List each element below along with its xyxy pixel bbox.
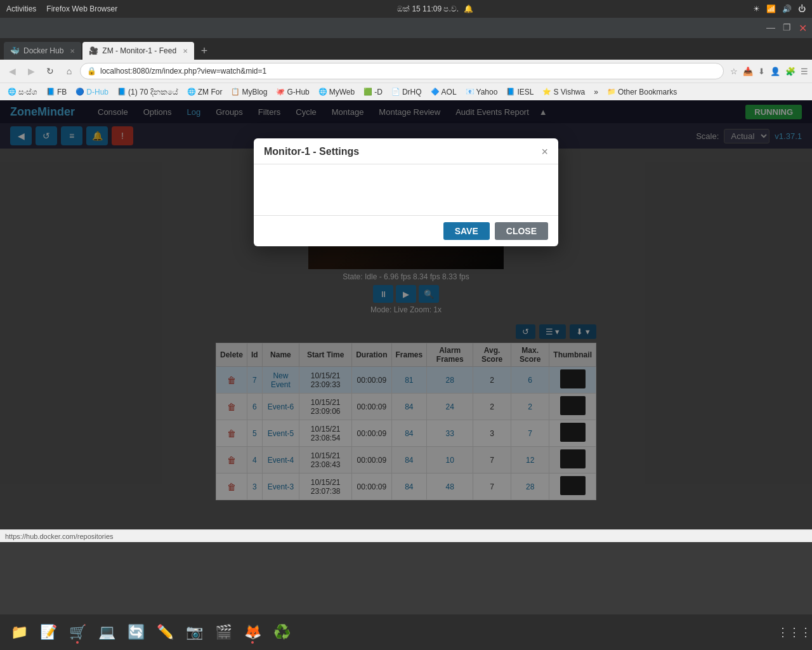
modal-footer: SAVE CLOSE (254, 215, 558, 246)
clock-display: ඔක් 15 11:09 ප.ව. (397, 4, 459, 13)
profile-icon[interactable]: 👤 (770, 67, 780, 76)
taskbar-firefox-dot (251, 641, 254, 644)
settings-modal: Monitor-1 - Settings × SAVE CLOSE (254, 138, 558, 246)
taskbar-files[interactable]: 📁 (6, 620, 32, 645)
status-url: https://hub.docker.com/repositories (5, 533, 114, 540)
tab-label-active: ZM - Monitor-1 - Feed (102, 46, 176, 55)
modal-body (254, 164, 558, 215)
activities-label[interactable]: Activities (6, 4, 36, 13)
taskbar-grid-button[interactable]: ⋮⋮⋮ (783, 621, 806, 644)
taskbar-firefox[interactable]: 🦊 (240, 620, 265, 645)
modal-title: Monitor-1 - Settings (264, 146, 359, 157)
browser-titlebar: — ❐ ✕ (0, 18, 812, 38)
pocket-icon[interactable]: 📥 (743, 67, 753, 76)
bm-ghub[interactable]: 🐙G-Hub (273, 86, 311, 98)
notification-icon[interactable]: 🔔 (464, 4, 473, 13)
back-button[interactable]: ◀ (4, 63, 20, 79)
navbar: ◀ ▶ ↻ ⌂ 🔒 localhost:8080/zm/index.php?vi… (0, 60, 812, 83)
extensions-icon[interactable]: 🧩 (785, 67, 796, 76)
restore-button[interactable]: ❐ (783, 22, 791, 34)
bm-drhq[interactable]: 📄DrHQ (389, 86, 424, 98)
tab-zm-monitor[interactable]: 🎥 ZM - Monitor-1 - Feed ✕ (82, 42, 194, 60)
taskbar-video[interactable]: 🎬 (211, 620, 236, 645)
refresh-button[interactable]: ↻ (42, 63, 58, 79)
bm-myblog[interactable]: 📋MyBlog (228, 86, 270, 98)
bm-more[interactable]: » (591, 86, 601, 98)
tab-close-active-button[interactable]: ✕ (183, 48, 188, 55)
volume-icon[interactable]: 🔊 (782, 4, 792, 13)
taskbar-appstore[interactable]: 🛒 (65, 620, 90, 645)
new-tab-button[interactable]: + (195, 42, 213, 60)
lock-icon: 🔒 (87, 67, 96, 76)
brightness-icon[interactable]: ☀ (753, 4, 760, 13)
close-window-button[interactable]: ✕ (799, 22, 807, 34)
minimize-button[interactable]: — (766, 22, 775, 34)
taskbar-editor[interactable]: ✏️ (152, 620, 178, 645)
home-button[interactable]: ⌂ (61, 63, 77, 79)
bookmarks-bar: 🌐සංස්ශ 📘FB 🔵D-Hub 📘(1) 70 දිනකයේ 🌐ZM For… (0, 83, 812, 100)
status-bar: https://hub.docker.com/repositories (0, 529, 812, 542)
app-title-label: Firefox Web Browser (46, 4, 117, 13)
taskbar-recycle[interactable]: ♻️ (269, 620, 294, 645)
bm-svishwa[interactable]: ⭐S Vishwa (540, 86, 587, 98)
taskbar-dot (76, 641, 79, 644)
bm-zmfor[interactable]: 🌐ZM For (185, 86, 225, 98)
tabs-bar: 🐳 Docker Hub ✕ 🎥 ZM - Monitor-1 - Feed ✕… (0, 38, 812, 60)
taskbar-screenshot[interactable]: 📷 (181, 620, 207, 645)
tab-label: Docker Hub (23, 46, 63, 55)
os-topbar: Activities Firefox Web Browser ඔක් 15 11… (0, 0, 812, 18)
modal-overlay: Monitor-1 - Settings × SAVE CLOSE (0, 100, 812, 529)
address-text: localhost:8080/zm/index.php?view=watch&m… (100, 67, 266, 76)
bm-dhub[interactable]: 🔵D-Hub (73, 86, 111, 98)
save-button[interactable]: SAVE (443, 222, 490, 240)
network-icon[interactable]: 📶 (766, 4, 776, 13)
bm-yahoo[interactable]: 📧Yahoo (463, 86, 501, 98)
os-taskbar: 📁 📝 🛒 💻 🔄 ✏️ 📷 🎬 🦊 ♻️ ⋮⋮⋮ (0, 614, 812, 650)
bm-notifications[interactable]: 📘(1) 70 දිනකයේ (115, 86, 181, 98)
modal-header: Monitor-1 - Settings × (254, 138, 558, 164)
bookmark-star-icon[interactable]: ☆ (730, 67, 738, 76)
close-button[interactable]: CLOSE (495, 222, 548, 240)
bm-other[interactable]: 📁Other Bookmarks (605, 86, 679, 98)
bm-sinhala[interactable]: 🌐සංස්ශ (5, 86, 40, 98)
tab-favicon: 🐳 (10, 46, 20, 55)
address-bar[interactable]: 🔒 localhost:8080/zm/index.php?view=watch… (80, 63, 724, 79)
power-icon[interactable]: ⏻ (798, 4, 806, 13)
bm-fb[interactable]: 📘FB (44, 86, 69, 98)
tab-favicon-active: 🎥 (89, 46, 98, 55)
tab-close-button[interactable]: ✕ (70, 48, 75, 55)
bm-iesl[interactable]: 📘IESL (504, 86, 536, 98)
menu-icon[interactable]: ☰ (801, 67, 808, 76)
bm-aol[interactable]: 🔷AOL (428, 86, 459, 98)
taskbar-updates[interactable]: 🔄 (123, 620, 148, 645)
taskbar-terminal[interactable]: 💻 (94, 620, 119, 645)
bm-d[interactable]: 🟩-D (361, 86, 385, 98)
download-icon[interactable]: ⬇ (758, 67, 765, 76)
forward-button[interactable]: ▶ (23, 63, 39, 79)
taskbar-writer[interactable]: 📝 (36, 620, 61, 645)
zoneminder-app: ZoneMinder Console Options Log Groups Fi… (0, 100, 812, 529)
bm-myweb[interactable]: 🌐MyWeb (316, 86, 357, 98)
tab-docker-hub[interactable]: 🐳 Docker Hub ✕ (4, 42, 81, 60)
modal-x-button[interactable]: × (541, 146, 548, 157)
browser-window: — ❐ ✕ 🐳 Docker Hub ✕ 🎥 ZM - Monitor-1 - … (0, 18, 812, 542)
